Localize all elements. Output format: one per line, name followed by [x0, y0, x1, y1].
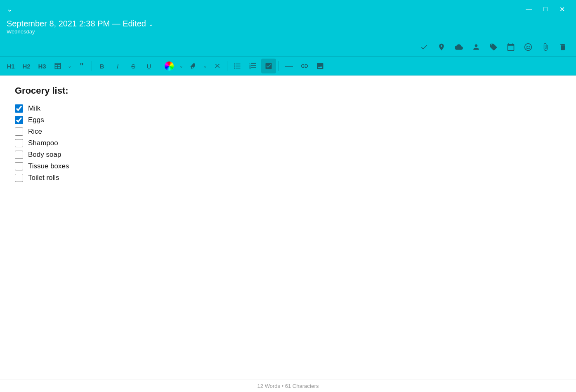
checkbox-6[interactable] — [15, 174, 23, 182]
quote-button[interactable]: " — [74, 59, 89, 73]
cloud-button[interactable] — [451, 40, 467, 54]
strikethrough-button[interactable]: S — [126, 59, 141, 73]
svg-point-1 — [526, 46, 528, 47]
divider-button[interactable]: — — [281, 59, 296, 73]
bold-button[interactable]: B — [94, 59, 109, 73]
header-bar: September 8, 2021 2:38 PM — Edited ⌄ Wed… — [0, 18, 576, 38]
list-item: Shampoo — [15, 137, 561, 149]
list-item-label: Milk — [28, 104, 40, 113]
highlighter-chevron[interactable]: ⌄ — [201, 59, 209, 73]
checkbox-4[interactable] — [15, 151, 23, 159]
clear-format-button[interactable] — [210, 59, 224, 73]
checkbox-2[interactable] — [15, 128, 23, 136]
content-area: Grocery list: MilkEggsRiceShampooBody so… — [0, 76, 576, 379]
action-toolbar — [0, 38, 576, 57]
checkmark-button[interactable] — [416, 40, 432, 54]
note-heading: Grocery list: — [15, 85, 561, 96]
list-item: Body soap — [15, 149, 561, 161]
checkbox-5[interactable] — [15, 162, 23, 170]
status-bar: 12 Words • 61 Characters — [0, 380, 576, 392]
image-button[interactable] — [313, 59, 328, 73]
title-bar-left: ⌄ — [7, 5, 13, 14]
bullet-list-button[interactable] — [230, 59, 245, 73]
underline-button[interactable]: U — [142, 59, 156, 73]
numbered-list-button[interactable] — [246, 59, 260, 73]
status-text: 12 Words • 61 Characters — [257, 383, 319, 389]
list-item-label: Toilet rolls — [28, 174, 59, 182]
list-item: Milk — [15, 103, 561, 114]
paperclip-button[interactable] — [537, 40, 554, 54]
note-title: September 8, 2021 2:38 PM — Edited ⌄ — [7, 19, 569, 28]
h2-button[interactable]: H2 — [19, 59, 34, 73]
checkbox-0[interactable] — [15, 104, 23, 113]
color-circle-icon — [165, 61, 174, 71]
table-chevron-icon[interactable]: ⌄ — [66, 59, 73, 73]
list-item: Toilet rolls — [15, 172, 561, 184]
h1-button[interactable]: H1 — [3, 59, 18, 73]
trash-button[interactable] — [555, 40, 571, 54]
toolbar-separator-3 — [227, 61, 227, 71]
list-item-label: Tissue boxes — [28, 162, 69, 170]
list-item: Rice — [15, 126, 561, 137]
h3-button[interactable]: H3 — [35, 59, 50, 73]
toolbar-separator-2 — [159, 61, 159, 71]
toolbar-separator-1 — [92, 61, 92, 71]
list-item-label: Shampoo — [28, 139, 58, 147]
svg-point-0 — [525, 44, 532, 51]
note-title-text: September 8, 2021 2:38 PM — Edited — [7, 19, 146, 28]
maximize-button[interactable]: □ — [538, 2, 553, 17]
highlighter-button[interactable] — [186, 59, 201, 73]
italic-button[interactable]: I — [110, 59, 125, 73]
svg-point-2 — [529, 46, 530, 47]
color-picker-button[interactable] — [162, 59, 177, 73]
location-button[interactable] — [433, 40, 450, 54]
list-item: Eggs — [15, 114, 561, 126]
minimize-button[interactable]: — — [522, 2, 536, 17]
note-title-chevron-icon[interactable]: ⌄ — [149, 21, 153, 27]
title-bar: ⌄ — □ ✕ — [0, 0, 576, 18]
checklist-button[interactable] — [261, 59, 276, 73]
table-button[interactable] — [50, 59, 65, 73]
checkbox-3[interactable] — [15, 139, 23, 147]
person-button[interactable] — [468, 40, 484, 54]
checkbox-1[interactable] — [15, 116, 23, 124]
tag-button[interactable] — [485, 40, 502, 54]
calendar-button[interactable] — [503, 40, 519, 54]
link-button[interactable] — [297, 59, 312, 73]
smiley-button[interactable] — [520, 40, 536, 54]
note-day-label: Wednesday — [7, 28, 569, 35]
toolbar-separator-4 — [279, 61, 279, 71]
close-button[interactable]: ✕ — [555, 2, 569, 17]
color-picker-chevron[interactable]: ⌄ — [177, 59, 185, 73]
list-item: Tissue boxes — [15, 161, 561, 172]
format-toolbar: H1 H2 H3 ⌄ " B I S U ⌄ ⌄ — — [0, 57, 576, 76]
list-item-label: Rice — [28, 128, 42, 136]
list-item-label: Eggs — [28, 116, 44, 124]
list-item-label: Body soap — [28, 151, 61, 159]
window-controls: — □ ✕ — [522, 2, 569, 17]
checklist: MilkEggsRiceShampooBody soapTissue boxes… — [15, 103, 561, 184]
window-chevron-icon[interactable]: ⌄ — [7, 5, 13, 14]
